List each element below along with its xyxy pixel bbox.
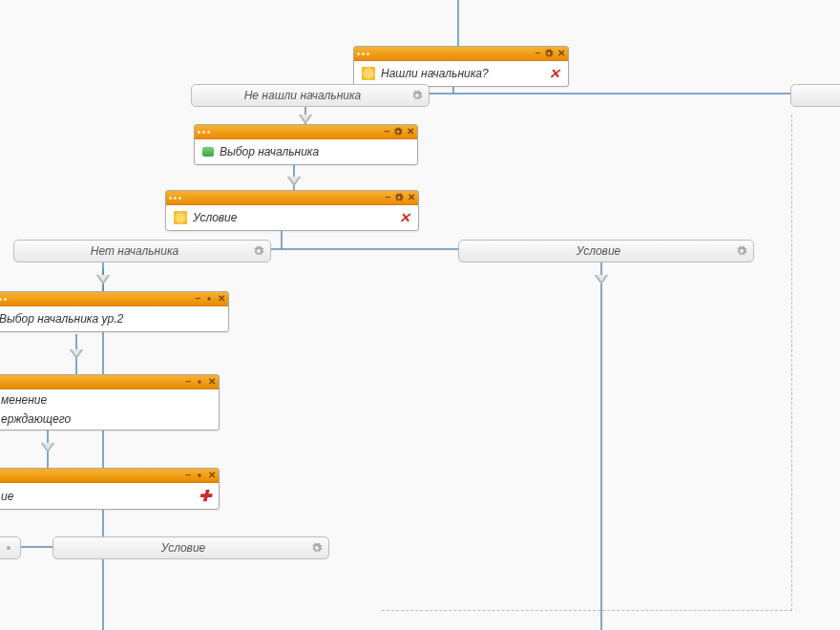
node-body: ие ✚ — [0, 483, 219, 509]
close-icon[interactable]: ✕ — [208, 471, 216, 480]
node-body: Выбор начальника ур.2 — [0, 306, 228, 331]
gear-icon[interactable] — [195, 377, 204, 387]
gear-icon[interactable] — [393, 127, 403, 136]
node-header[interactable]: – ✕ — [195, 125, 417, 139]
branch-label: Нет начальника — [91, 244, 178, 258]
gear-icon[interactable] — [311, 542, 323, 554]
branch-right-cut[interactable] — [790, 84, 840, 107]
minimize-icon[interactable]: – — [195, 294, 200, 304]
node-change-approver[interactable]: – ✕ менение ерждающего — [0, 374, 220, 430]
node-select-boss-l2[interactable]: – ✕ Выбор начальника ур.2 — [0, 291, 229, 332]
delete-icon[interactable]: ✕ — [399, 210, 410, 225]
gear-icon[interactable] — [195, 471, 204, 480]
drag-handle-icon[interactable] — [357, 52, 369, 55]
gear-icon[interactable] — [544, 49, 554, 58]
node-select-boss[interactable]: – ✕ Выбор начальника — [194, 124, 418, 165]
minimize-icon[interactable]: – — [535, 49, 540, 58]
arrow-icon — [287, 177, 301, 186]
close-icon[interactable]: ✕ — [218, 294, 225, 304]
branch-condition-bottom[interactable]: Условие — [52, 536, 329, 559]
gear-icon[interactable] — [3, 542, 14, 554]
branch-condition-right[interactable]: Условие — [458, 240, 754, 262]
node-header[interactable]: – ✕ — [0, 469, 219, 483]
minimize-icon[interactable]: – — [185, 377, 191, 387]
node-body: Нашли начальника? ✕ — [354, 61, 568, 86]
workflow-canvas[interactable]: – ✕ Нашли начальника? ✕ Не нашли начальн… — [0, 0, 840, 630]
close-icon[interactable]: ✕ — [407, 127, 414, 136]
minimize-icon[interactable]: – — [385, 193, 390, 202]
gear-icon[interactable] — [204, 294, 214, 304]
node-title-line1: менение — [1, 393, 47, 407]
node-body: Условие ✕ — [166, 205, 418, 230]
drag-handle-icon[interactable] — [198, 131, 210, 134]
branch-bottom-cut[interactable] — [0, 536, 21, 559]
dashed-region — [382, 115, 792, 611]
branch-label: Условие — [161, 541, 205, 555]
close-icon[interactable]: ✕ — [408, 193, 415, 202]
node-title-line2: ерждающего — [1, 412, 71, 426]
branch-label: Условие — [577, 244, 620, 258]
close-icon[interactable]: ✕ — [557, 49, 565, 58]
node-header[interactable]: – ✕ — [0, 375, 219, 389]
node-condition-1[interactable]: – ✕ Условие ✕ — [165, 190, 419, 231]
branch-no-boss[interactable]: Нет начальника — [13, 240, 271, 262]
node-header[interactable]: – ✕ — [0, 292, 228, 306]
arrow-icon — [595, 275, 608, 284]
node-header[interactable]: – ✕ — [354, 47, 568, 61]
delete-icon[interactable]: ✕ — [549, 66, 560, 81]
arrow-icon — [41, 443, 54, 452]
drag-handle-icon[interactable] — [0, 298, 7, 301]
add-icon[interactable]: ✚ — [199, 487, 211, 505]
node-title: Нашли начальника? — [381, 67, 489, 80]
branch-icon — [362, 67, 375, 80]
branch-icon — [174, 211, 187, 224]
table-icon — [202, 147, 214, 157]
node-header[interactable]: – ✕ — [166, 191, 418, 205]
gear-icon[interactable] — [411, 90, 423, 101]
node-body: менение ерждающего — [0, 389, 219, 430]
arrow-icon — [70, 349, 83, 359]
node-title: ие — [1, 490, 13, 503]
close-icon[interactable]: ✕ — [208, 377, 216, 387]
branch-not-found[interactable]: Не нашли начальника — [191, 84, 430, 107]
minimize-icon[interactable]: – — [185, 471, 191, 480]
gear-icon[interactable] — [736, 245, 747, 257]
node-title: Выбор начальника ур.2 — [0, 312, 123, 326]
arrow-icon — [299, 115, 312, 124]
drag-handle-icon[interactable] — [169, 197, 181, 200]
arrow-icon — [96, 275, 110, 284]
minimize-icon[interactable]: – — [384, 127, 389, 136]
gear-icon[interactable] — [253, 245, 264, 257]
branch-label: Не нашли начальника — [244, 89, 362, 102]
node-title: Условие — [193, 211, 237, 224]
node-found-boss[interactable]: – ✕ Нашли начальника? ✕ — [353, 46, 569, 87]
node-title: Выбор начальника — [220, 145, 319, 158]
node-condition-2[interactable]: – ✕ ие ✚ — [0, 468, 220, 510]
node-body: Выбор начальника — [195, 139, 417, 164]
gear-icon[interactable] — [394, 193, 404, 202]
